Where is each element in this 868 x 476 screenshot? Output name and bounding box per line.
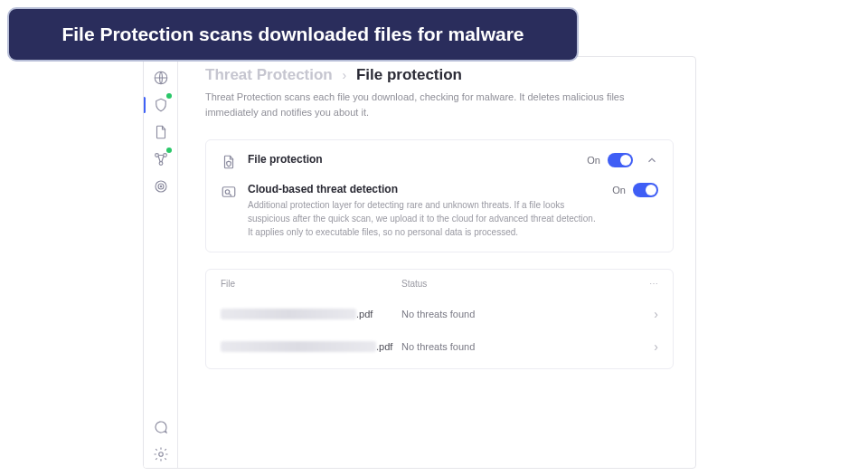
sidebar <box>144 57 178 468</box>
breadcrumb: Threat Protection › File protection <box>205 66 674 84</box>
svg-point-9 <box>225 190 230 195</box>
header-file: File <box>221 279 401 289</box>
breadcrumb-current: File protection <box>356 66 462 83</box>
cloud-detection-state: On <box>612 185 626 195</box>
status-dot <box>166 148 172 153</box>
cloud-detection-desc: Additional protection layer for detectin… <box>248 198 601 239</box>
file-ext: .pdf <box>356 309 373 319</box>
file-icon[interactable] <box>147 119 175 146</box>
cloud-scan-icon <box>221 184 237 200</box>
status-dot <box>166 93 172 99</box>
app-window: Threat Protection › File protection Thre… <box>143 56 696 469</box>
chevron-up-icon[interactable] <box>646 154 658 167</box>
file-ext: .pdf <box>376 341 392 352</box>
file-status: No threats found <box>401 341 640 352</box>
info-banner: File Protection scans downloaded files f… <box>7 7 579 62</box>
svg-rect-8 <box>222 187 235 197</box>
main-content: Threat Protection › File protection Thre… <box>178 57 695 468</box>
svg-point-6 <box>160 186 162 187</box>
chat-icon[interactable] <box>147 414 175 441</box>
file-protection-title: File protection <box>248 153 576 166</box>
header-status: Status <box>401 279 640 289</box>
chevron-right-icon: › <box>640 339 658 354</box>
cloud-detection-toggle[interactable] <box>633 183 658 197</box>
file-protection-toggle[interactable] <box>608 153 633 167</box>
network-icon[interactable] <box>147 146 175 173</box>
file-status: No threats found <box>401 309 640 319</box>
cloud-detection-row: Cloud-based threat detection Additional … <box>221 183 658 239</box>
banner-text: File Protection scans downloaded files f… <box>31 24 555 45</box>
redacted-filename <box>221 341 376 352</box>
breadcrumb-sep: › <box>342 68 346 82</box>
cloud-detection-title: Cloud-based threat detection <box>248 183 601 195</box>
file-table: File Status ⋯ .pdf No threats found › .p… <box>205 269 674 369</box>
svg-point-7 <box>158 452 163 457</box>
settings-card: File protection On Cloud-based threat de… <box>205 139 674 252</box>
table-header: File Status ⋯ <box>221 279 658 298</box>
redacted-filename <box>221 309 356 319</box>
breadcrumb-parent[interactable]: Threat Protection <box>205 66 333 83</box>
more-icon[interactable]: ⋯ <box>640 279 658 289</box>
svg-point-5 <box>158 184 164 189</box>
globe-icon[interactable] <box>147 64 175 91</box>
gear-icon[interactable] <box>147 441 175 468</box>
shield-icon[interactable] <box>147 91 175 119</box>
chevron-right-icon: › <box>640 307 658 321</box>
file-protection-row: File protection On <box>221 153 658 170</box>
page-subtitle: Threat Protection scans each file you do… <box>205 90 639 119</box>
file-protection-state: On <box>587 155 600 166</box>
svg-point-4 <box>156 181 166 192</box>
table-row[interactable]: .pdf No threats found › <box>221 298 658 330</box>
table-row[interactable]: .pdf No threats found › <box>221 330 658 363</box>
svg-point-3 <box>159 162 163 166</box>
file-shield-icon <box>221 154 237 170</box>
target-icon[interactable] <box>147 173 175 200</box>
